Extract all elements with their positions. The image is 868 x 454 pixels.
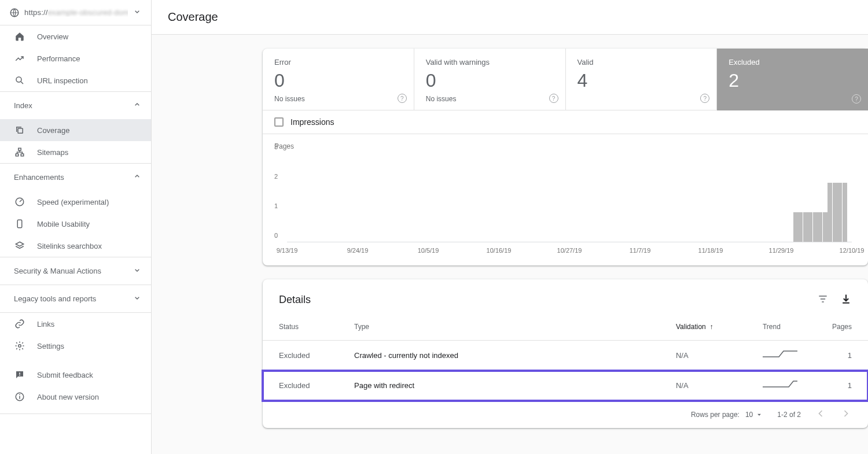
download-button[interactable] xyxy=(840,293,852,307)
rows-per-page-select[interactable]: 10 xyxy=(745,411,763,419)
status-tabs: Error 0 No issues ? Valid with warnings … xyxy=(263,49,868,110)
nav-mobile-usability[interactable]: Mobile Usability xyxy=(0,213,151,235)
tab-valid-warnings[interactable]: Valid with warnings 0 No issues ? xyxy=(414,49,566,110)
nav-overview[interactable]: Overview xyxy=(0,25,151,47)
tab-label: Valid xyxy=(578,58,705,67)
svg-rect-9 xyxy=(19,372,20,374)
nav-sitemaps[interactable]: Sitemaps xyxy=(0,141,151,163)
x-axis: 9/13/199/24/1910/5/1910/16/1910/27/1911/… xyxy=(287,243,852,254)
section-index[interactable]: Index xyxy=(0,92,151,119)
impressions-toggle-row: Impressions xyxy=(263,110,868,134)
tab-count: 4 xyxy=(578,70,705,91)
section-enhancements[interactable]: Enhancements xyxy=(0,164,151,191)
nav-coverage[interactable]: Coverage xyxy=(0,119,151,141)
tab-error[interactable]: Error 0 No issues ? xyxy=(263,49,414,110)
chart-area: Pages 0123 9/13/199/24/1910/5/1910/16/19… xyxy=(263,134,868,265)
tab-count: 0 xyxy=(274,70,402,91)
gear-icon xyxy=(14,340,25,352)
y-axis: 0123 xyxy=(274,153,286,242)
chevron-down-icon xyxy=(755,411,763,419)
tab-label: Valid with warnings xyxy=(426,58,554,67)
col-trend[interactable]: Trend xyxy=(746,313,816,341)
x-tick: 10/27/19 xyxy=(557,247,582,254)
main: Coverage Error 0 No issues ? Valid with … xyxy=(152,0,868,454)
bar xyxy=(833,183,837,242)
nav-label: Submit feedback xyxy=(37,371,93,379)
col-pages[interactable]: Pages xyxy=(816,313,868,341)
sort-arrow-icon: ↑ xyxy=(709,323,713,331)
link-icon xyxy=(14,318,25,330)
nav-speed[interactable]: Speed (experimental) xyxy=(0,191,151,213)
bar xyxy=(823,212,827,242)
trending-up-icon xyxy=(14,53,25,64)
gauge-icon xyxy=(14,196,25,208)
cell-pages: 1 xyxy=(816,341,868,371)
nav-label: Mobile Usability xyxy=(37,220,90,228)
nav-label: About new version xyxy=(37,393,99,401)
nav-label: Speed (experimental) xyxy=(37,198,109,206)
table-row[interactable]: Excluded Crawled - currently not indexed… xyxy=(263,341,868,371)
tab-valid[interactable]: Valid 4 ? xyxy=(566,49,718,110)
next-page-button[interactable] xyxy=(840,408,852,421)
site-url: https://example-obscured-domain.co... xyxy=(24,8,128,17)
nav-label: Settings xyxy=(37,342,64,350)
globe-icon xyxy=(9,8,20,18)
cell-trend xyxy=(746,371,816,401)
pagination: Rows per page: 10 1-2 of 2 xyxy=(263,401,868,428)
col-validation[interactable]: Validation ↑ xyxy=(660,313,746,341)
bars xyxy=(410,183,848,242)
details-card: Details Status Type Validation ↑ Trend xyxy=(263,279,868,428)
nav-label: Links xyxy=(37,320,54,328)
page-title: Coverage xyxy=(168,10,852,24)
tab-excluded[interactable]: Excluded 2 ? xyxy=(717,49,868,110)
section-label: Index xyxy=(14,101,32,110)
bar xyxy=(813,212,818,242)
copy-icon xyxy=(14,124,25,136)
help-icon[interactable]: ? xyxy=(549,94,558,103)
svg-rect-13 xyxy=(19,394,20,396)
help-icon[interactable]: ? xyxy=(700,94,709,103)
section-security[interactable]: Security & Manual Actions xyxy=(0,257,151,285)
table-row[interactable]: Excluded Page with redirect N/A 1 xyxy=(263,371,868,401)
nav-submit-feedback[interactable]: Submit feedback xyxy=(0,364,151,386)
chevron-down-icon xyxy=(133,265,142,276)
chevron-up-icon xyxy=(133,172,142,183)
col-status[interactable]: Status xyxy=(263,313,338,341)
cell-type: Crawled - currently not indexed xyxy=(338,341,660,371)
nav-sitelinks[interactable]: Sitelinks searchbox xyxy=(0,235,151,257)
tab-label: Error xyxy=(274,58,402,67)
col-type[interactable]: Type xyxy=(338,313,660,341)
help-icon[interactable]: ? xyxy=(852,94,861,104)
prev-page-button[interactable] xyxy=(815,408,826,421)
nav-about[interactable]: About new version xyxy=(0,386,151,408)
nav-label: URL inspection xyxy=(37,76,88,85)
cell-trend xyxy=(746,341,816,371)
bar xyxy=(843,183,847,242)
details-title: Details xyxy=(279,294,311,306)
x-tick: 11/18/19 xyxy=(698,247,723,254)
rows-per-page-label: Rows per page: xyxy=(691,411,740,419)
svg-rect-7 xyxy=(17,220,22,228)
nav-url-inspection[interactable]: URL inspection xyxy=(0,69,151,91)
section-legacy[interactable]: Legacy tools and reports xyxy=(0,285,151,312)
cell-status: Excluded xyxy=(263,371,338,401)
filter-button[interactable] xyxy=(817,293,829,307)
impressions-checkbox[interactable] xyxy=(274,117,284,127)
chevron-up-icon xyxy=(133,100,142,111)
help-icon[interactable]: ? xyxy=(398,94,407,103)
bar xyxy=(793,212,798,242)
impressions-label: Impressions xyxy=(290,117,334,127)
nav-settings[interactable]: Settings xyxy=(0,335,151,357)
nav-performance[interactable]: Performance xyxy=(0,47,151,69)
svg-point-8 xyxy=(19,345,21,348)
sitemap-icon xyxy=(14,146,25,158)
status-card: Error 0 No issues ? Valid with warnings … xyxy=(263,49,868,265)
page-header: Coverage xyxy=(152,0,868,35)
x-tick: 9/24/19 xyxy=(347,247,369,254)
cell-pages: 1 xyxy=(816,371,868,401)
site-picker[interactable]: https://example-obscured-domain.co... xyxy=(0,0,151,25)
y-tick: 3 xyxy=(274,143,278,150)
nav-links[interactable]: Links xyxy=(0,313,151,335)
svg-rect-5 xyxy=(21,154,24,156)
search-icon xyxy=(14,75,25,86)
